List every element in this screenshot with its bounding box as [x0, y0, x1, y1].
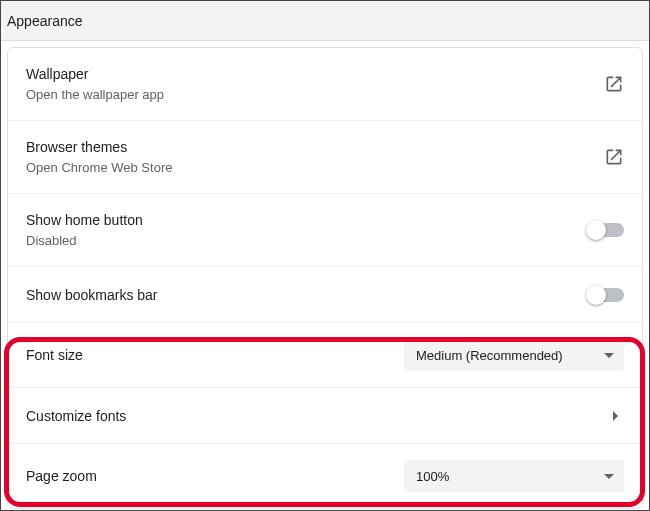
toggle-knob	[586, 220, 606, 240]
themes-sub: Open Chrome Web Store	[26, 159, 172, 177]
font-size-title: Font size	[26, 345, 83, 365]
page-zoom-row: Page zoom 100%	[8, 443, 642, 508]
page-zoom-title: Page zoom	[26, 466, 97, 486]
themes-title: Browser themes	[26, 137, 172, 157]
home-button-toggle[interactable]	[588, 223, 624, 237]
wallpaper-text: Wallpaper Open the wallpaper app	[26, 64, 164, 104]
chevron-right-icon	[613, 411, 618, 421]
bookmarks-bar-toggle[interactable]	[588, 288, 624, 302]
themes-row[interactable]: Browser themes Open Chrome Web Store	[8, 120, 642, 193]
home-button-sub: Disabled	[26, 232, 143, 250]
toggle-knob	[586, 285, 606, 305]
section-title: Appearance	[7, 13, 83, 29]
bookmarks-bar-row: Show bookmarks bar	[8, 266, 642, 322]
page-zoom-value: 100%	[416, 469, 449, 484]
customize-fonts-title: Customize fonts	[26, 406, 126, 426]
chevron-down-icon	[604, 353, 614, 358]
home-button-text: Show home button Disabled	[26, 210, 143, 250]
font-size-value: Medium (Recommended)	[416, 348, 563, 363]
home-button-title: Show home button	[26, 210, 143, 230]
bookmarks-bar-title: Show bookmarks bar	[26, 285, 158, 305]
font-size-row: Font size Medium (Recommended)	[8, 322, 642, 387]
section-header: Appearance	[1, 1, 649, 41]
wallpaper-sub: Open the wallpaper app	[26, 86, 164, 104]
home-button-row: Show home button Disabled	[8, 193, 642, 266]
wallpaper-title: Wallpaper	[26, 64, 164, 84]
settings-frame: Appearance Wallpaper Open the wallpaper …	[0, 0, 650, 511]
external-link-icon	[604, 147, 624, 167]
bookmarks-bar-text: Show bookmarks bar	[26, 285, 158, 305]
wallpaper-row[interactable]: Wallpaper Open the wallpaper app	[8, 48, 642, 120]
font-size-dropdown[interactable]: Medium (Recommended)	[404, 339, 624, 371]
external-link-icon	[604, 74, 624, 94]
chevron-down-icon	[604, 474, 614, 479]
customize-fonts-row[interactable]: Customize fonts	[8, 387, 642, 443]
themes-text: Browser themes Open Chrome Web Store	[26, 137, 172, 177]
settings-panel: Wallpaper Open the wallpaper app Browser…	[7, 47, 643, 509]
page-zoom-dropdown[interactable]: 100%	[404, 460, 624, 492]
